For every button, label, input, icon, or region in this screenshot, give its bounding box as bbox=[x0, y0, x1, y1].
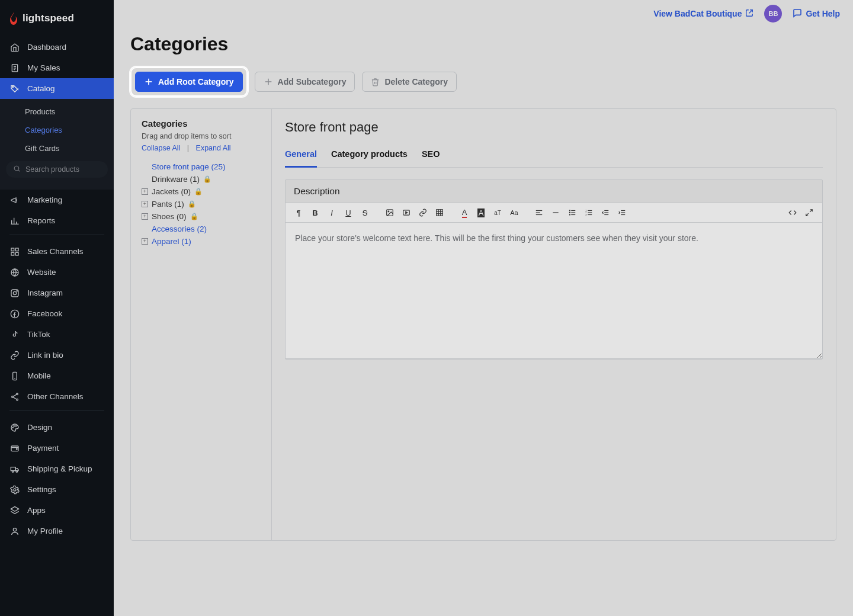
sidebar-item-my-sales[interactable]: My Sales bbox=[0, 57, 114, 78]
search-input[interactable] bbox=[25, 165, 101, 174]
add-root-category-button[interactable]: Add Root Category bbox=[135, 72, 243, 92]
expand-all-link[interactable]: Expand All bbox=[196, 144, 231, 152]
unordered-list-icon[interactable] bbox=[565, 206, 579, 220]
sidebar-item-label: Link in bio bbox=[27, 351, 63, 360]
link-icon[interactable] bbox=[416, 206, 430, 220]
sidebar-item-catalog[interactable]: Catalog bbox=[0, 78, 114, 99]
sidebar-item-link-in-bio[interactable]: Link in bio bbox=[0, 345, 114, 365]
align-left-icon[interactable] bbox=[532, 206, 546, 220]
sidebar-item-label: Catalog bbox=[27, 84, 55, 93]
strikethrough-icon[interactable]: S bbox=[358, 206, 372, 220]
tab-seo[interactable]: SEO bbox=[422, 143, 440, 167]
sidebar-item-reports[interactable]: Reports bbox=[0, 210, 114, 231]
user-icon bbox=[9, 527, 20, 536]
text-format-icon[interactable]: Aa bbox=[507, 206, 521, 220]
collapse-all-link[interactable]: Collapse All bbox=[142, 144, 180, 152]
sidebar-item-facebook[interactable]: Facebook bbox=[0, 303, 114, 324]
sidebar-item-mobile[interactable]: Mobile bbox=[0, 365, 114, 386]
sidebar-subitem-products[interactable]: Products bbox=[0, 102, 114, 121]
sidebar-item-my-profile[interactable]: My Profile bbox=[0, 521, 114, 541]
text-color-icon[interactable]: A bbox=[457, 206, 472, 220]
expand-toggle-icon[interactable]: + bbox=[142, 188, 148, 195]
link-icon bbox=[9, 351, 20, 360]
sidebar-item-apps[interactable]: Apps bbox=[0, 500, 114, 521]
search-box[interactable] bbox=[6, 161, 108, 178]
svg-point-24 bbox=[12, 396, 14, 397]
italic-icon[interactable]: I bbox=[325, 206, 339, 220]
get-help-link[interactable]: Get Help bbox=[793, 8, 840, 20]
horizontal-rule-icon[interactable] bbox=[549, 206, 563, 220]
add-subcategory-button[interactable]: Add Subcategory bbox=[255, 72, 355, 92]
page-title: Categories bbox=[130, 33, 836, 55]
nav-divider bbox=[9, 410, 104, 411]
svg-point-28 bbox=[12, 427, 13, 428]
video-icon[interactable] bbox=[399, 206, 413, 220]
ordered-list-icon[interactable]: 123 bbox=[582, 206, 596, 220]
paragraph-icon[interactable]: ¶ bbox=[291, 206, 306, 220]
sidebar-item-payment[interactable]: Payment bbox=[0, 438, 114, 458]
home-icon bbox=[9, 43, 20, 52]
tag-icon bbox=[9, 84, 20, 94]
chart-icon bbox=[9, 216, 20, 226]
bold-icon[interactable]: B bbox=[308, 206, 322, 220]
plus-icon bbox=[144, 77, 153, 86]
indent-icon[interactable] bbox=[615, 206, 629, 220]
view-store-link[interactable]: View BadCat Boutique bbox=[653, 9, 753, 19]
svg-point-36 bbox=[14, 489, 16, 491]
code-view-icon[interactable] bbox=[785, 206, 800, 220]
sidebar-item-label: Dashboard bbox=[27, 43, 66, 52]
image-icon[interactable] bbox=[383, 206, 397, 220]
svg-line-27 bbox=[13, 397, 16, 399]
sidebar-item-website[interactable]: Website bbox=[0, 262, 114, 283]
table-icon[interactable] bbox=[432, 206, 447, 220]
sidebar-item-label: TikTok bbox=[27, 330, 50, 339]
delete-category-button[interactable]: Delete Category bbox=[362, 72, 457, 92]
outdent-icon[interactable] bbox=[598, 206, 613, 220]
svg-rect-13 bbox=[11, 252, 14, 255]
description-editor[interactable]: Place your store's welcome text here. Th… bbox=[286, 223, 822, 359]
sidebar-item-instagram[interactable]: Instagram bbox=[0, 283, 114, 303]
svg-rect-12 bbox=[15, 248, 18, 251]
tree-item[interactable]: +Shoes (0) 🔒 bbox=[142, 210, 261, 223]
expand-toggle-icon[interactable]: + bbox=[142, 201, 148, 207]
description-heading: Description bbox=[286, 180, 822, 203]
sidebar-item-settings[interactable]: Settings bbox=[0, 479, 114, 500]
expand-toggle-icon[interactable]: + bbox=[142, 238, 148, 245]
tree-item-label: Pants (1) bbox=[152, 200, 184, 208]
sidebar-item-label: Facebook bbox=[27, 309, 62, 318]
sidebar: lightspeed DashboardMy SalesCatalogProdu… bbox=[0, 0, 114, 616]
sidebar-item-other-channels[interactable]: Other Channels bbox=[0, 386, 114, 407]
sidebar-item-marketing[interactable]: Marketing bbox=[0, 190, 114, 210]
sidebar-item-tiktok[interactable]: TikTok bbox=[0, 324, 114, 345]
sidebar-item-label: Marketing bbox=[27, 195, 62, 204]
facebook-icon bbox=[9, 309, 20, 319]
tree-item[interactable]: Accessories (2) bbox=[142, 223, 261, 235]
expand-toggle-icon[interactable]: + bbox=[142, 213, 148, 220]
tree-title: Categories bbox=[142, 118, 261, 129]
tree-item-label: Jackets (0) bbox=[152, 187, 191, 196]
underline-icon[interactable]: U bbox=[341, 206, 355, 220]
tree-item[interactable]: Store front page (25) bbox=[142, 161, 261, 173]
sidebar-subitem-gift-cards[interactable]: Gift Cards bbox=[0, 139, 114, 158]
sidebar-item-design[interactable]: Design bbox=[0, 417, 114, 438]
sidebar-item-sales-channels[interactable]: Sales Channels bbox=[0, 241, 114, 262]
svg-point-23 bbox=[17, 393, 18, 395]
tree-item[interactable]: +Apparel (1) bbox=[142, 235, 261, 248]
svg-line-75 bbox=[806, 213, 809, 216]
highlight-color-icon[interactable]: A bbox=[474, 206, 488, 220]
fullscreen-icon[interactable] bbox=[802, 206, 816, 220]
tab-general[interactable]: General bbox=[285, 143, 317, 168]
tab-category-products[interactable]: Category products bbox=[331, 143, 408, 167]
sidebar-item-shipping-pickup[interactable]: Shipping & Pickup bbox=[0, 458, 114, 479]
main-area: View BadCat Boutique BB Get Help Categor… bbox=[114, 0, 853, 616]
tree-item[interactable]: Drinkware (1) 🔒 bbox=[142, 173, 261, 185]
brand-name: lightspeed bbox=[23, 12, 74, 24]
svg-rect-33 bbox=[11, 467, 15, 470]
svg-line-26 bbox=[13, 394, 16, 396]
font-size-icon[interactable]: aT bbox=[490, 206, 505, 220]
tree-item[interactable]: +Pants (1) 🔒 bbox=[142, 198, 261, 210]
sidebar-subitem-categories[interactable]: Categories bbox=[0, 121, 114, 139]
avatar[interactable]: BB bbox=[764, 5, 782, 23]
tree-item[interactable]: +Jackets (0) 🔒 bbox=[142, 185, 261, 198]
sidebar-item-dashboard[interactable]: Dashboard bbox=[0, 37, 114, 57]
